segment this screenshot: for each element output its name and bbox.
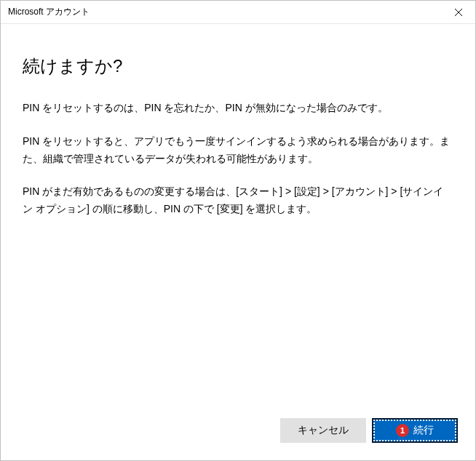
cancel-button[interactable]: キャンセル <box>280 418 366 443</box>
dialog-content: 続けますか? PIN をリセットするのは、PIN を忘れたか、PIN が無効にな… <box>1 24 475 418</box>
dialog-heading: 続けますか? <box>23 55 453 78</box>
window-title: Microsoft アカウント <box>8 6 90 18</box>
dialog-window: Microsoft アカウント 続けますか? PIN をリセットするのは、PIN… <box>0 0 476 461</box>
dialog-paragraph-1: PIN をリセットするのは、PIN を忘れたか、PIN が無効になった場合のみで… <box>23 100 453 117</box>
continue-button-label: 続行 <box>413 424 434 437</box>
button-row: キャンセル 1 続行 <box>1 418 475 460</box>
step-badge-icon: 1 <box>396 424 409 437</box>
close-button[interactable] <box>442 1 475 23</box>
close-icon <box>455 9 462 16</box>
titlebar: Microsoft アカウント <box>1 1 475 24</box>
continue-button[interactable]: 1 続行 <box>372 418 458 443</box>
dialog-paragraph-3: PIN がまだ有効であるものの変更する場合は、[スタート] > [設定] > [… <box>23 183 453 218</box>
dialog-paragraph-2: PIN をリセットすると、アプリでもう一度サインインするよう求められる場合があり… <box>23 133 453 168</box>
